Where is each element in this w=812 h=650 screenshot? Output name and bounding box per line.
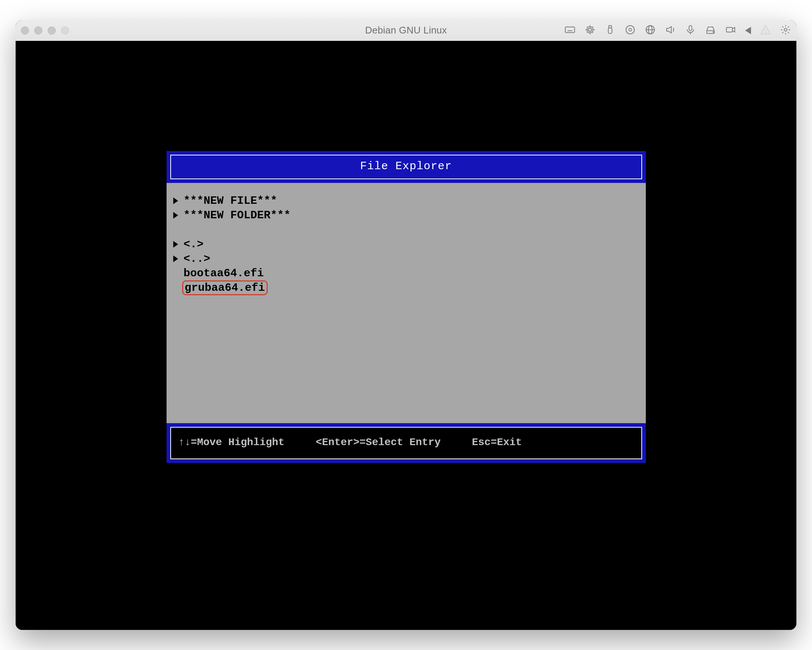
keyboard-icon[interactable]	[565, 24, 575, 37]
bios-footer: ↑↓=Move Highlight <Enter>=Select Entry E…	[166, 423, 646, 463]
svg-rect-6	[588, 27, 593, 32]
drive-icon[interactable]	[705, 24, 716, 37]
svg-point-26	[784, 28, 787, 31]
svg-point-15	[629, 28, 632, 31]
bios-entry-dotdot[interactable]: <..>	[168, 251, 644, 266]
svg-rect-0	[566, 27, 575, 32]
cpu-icon[interactable]	[585, 24, 595, 37]
bios-file-explorer: File Explorer ***NEW FILE*** ***NEW FOLD…	[166, 151, 646, 463]
chevron-right-icon	[173, 197, 184, 204]
bios-entry-new-file[interactable]: ***NEW FILE***	[168, 193, 644, 208]
bios-footer-hints: ↑↓=Move Highlight <Enter>=Select Entry E…	[170, 427, 642, 459]
minimize-window-button[interactable]	[34, 26, 43, 35]
usb-icon[interactable]	[604, 24, 616, 37]
svg-rect-19	[689, 25, 692, 31]
svg-rect-13	[608, 28, 612, 34]
svg-rect-7	[589, 28, 592, 31]
toolbar-icons	[565, 24, 791, 37]
warning-icon	[760, 24, 771, 37]
svg-point-22	[713, 32, 714, 32]
svg-point-14	[626, 25, 635, 34]
window-titlebar: Debian GNU Linux	[15, 20, 797, 41]
hint-esc: Esc=Exit	[472, 436, 522, 448]
bios-body: ***NEW FILE*** ***NEW FOLDER*** <.> <..>…	[166, 183, 646, 423]
traffic-lights	[21, 26, 69, 35]
chevron-right-icon	[173, 255, 184, 262]
bios-title: File Explorer	[170, 155, 642, 179]
bios-entry-bootaa64[interactable]: bootaa64.efi	[168, 266, 644, 281]
bios-entry-new-folder[interactable]: ***NEW FOLDER***	[168, 208, 644, 222]
disc-icon[interactable]	[624, 24, 636, 37]
chevron-right-icon	[173, 212, 184, 219]
network-icon[interactable]	[645, 24, 656, 37]
bios-entry-grubaa64[interactable]: grubaa64.efi	[168, 281, 644, 295]
bios-titlebar: File Explorer	[166, 151, 646, 183]
hint-move: ↑↓=Move Highlight	[179, 436, 285, 448]
window-extra-dot	[61, 26, 69, 35]
bios-spacer	[168, 222, 644, 237]
sound-icon[interactable]	[665, 24, 676, 37]
zoom-window-button[interactable]	[47, 26, 56, 35]
svg-rect-23	[727, 27, 733, 32]
svg-point-25	[765, 32, 766, 33]
gear-icon[interactable]	[780, 24, 791, 37]
hint-enter: <Enter>=Select Entry	[316, 436, 441, 448]
window-title: Debian GNU Linux	[365, 24, 447, 36]
mic-icon[interactable]	[685, 24, 696, 37]
camera-icon[interactable]	[725, 24, 736, 37]
close-window-button[interactable]	[21, 26, 29, 35]
vm-screen[interactable]: File Explorer ***NEW FILE*** ***NEW FOLD…	[15, 41, 797, 630]
chevron-right-icon	[173, 241, 184, 248]
back-icon[interactable]	[745, 27, 751, 34]
bios-entry-dot[interactable]: <.>	[168, 237, 644, 251]
vm-window: Debian GNU Linux File Explorer ***NEW FI…	[15, 20, 797, 630]
